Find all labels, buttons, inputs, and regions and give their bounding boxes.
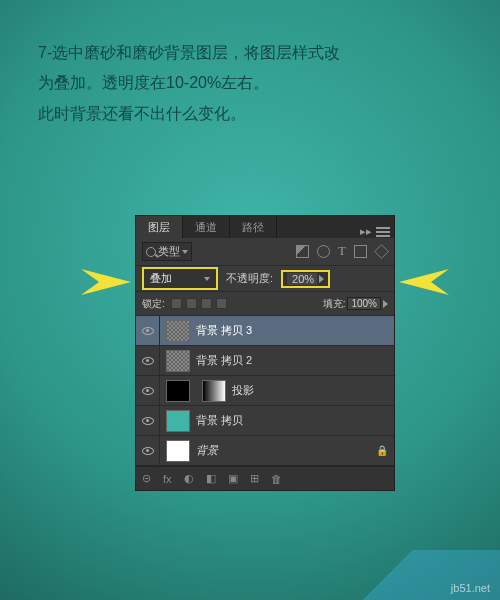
layer-fx-icon[interactable]: fx [163, 473, 172, 485]
chevron-down-icon [204, 277, 210, 281]
eye-icon [142, 357, 154, 365]
layers-panel-container: 图层 通道 路径 ▸▸ 类型 T 叠加 [135, 215, 395, 491]
layers-panel: 图层 通道 路径 ▸▸ 类型 T 叠加 [135, 215, 395, 491]
filter-icons: T [296, 245, 388, 258]
instruction-line: 此时背景还看不出什么变化。 [38, 99, 462, 129]
visibility-toggle[interactable] [136, 436, 160, 465]
eye-icon [142, 417, 154, 425]
eye-icon [142, 387, 154, 395]
layer-thumbnail[interactable] [166, 440, 190, 462]
search-icon [146, 247, 156, 257]
link-layers-icon[interactable]: ⊝ [142, 472, 151, 485]
layer-thumbnail[interactable] [166, 380, 190, 402]
group-icon[interactable]: ▣ [228, 472, 238, 485]
watermark-text: jb51.net [451, 582, 490, 594]
panel-bottom-bar: ⊝ fx ◐ ◧ ▣ ⊞ 🗑 [136, 466, 394, 490]
visibility-toggle[interactable] [136, 316, 160, 345]
new-layer-icon[interactable]: ⊞ [250, 472, 259, 485]
opacity-value: 20% [287, 273, 317, 285]
opacity-control[interactable]: 20% [281, 270, 330, 288]
layer-row[interactable]: 背景 🔒 [136, 436, 394, 466]
blend-opacity-row: 叠加 不透明度: 20% [136, 266, 394, 292]
lock-fill-row: 锁定: 填充: 100% [136, 292, 394, 316]
blend-mode-dropdown[interactable]: 叠加 [142, 267, 218, 290]
filter-text-icon[interactable]: T [338, 245, 346, 258]
layer-name: 背景 拷贝 [196, 413, 394, 428]
tab-channels[interactable]: 通道 [183, 216, 230, 238]
panel-menu-icon[interactable] [376, 227, 390, 237]
opacity-label: 不透明度: [226, 271, 273, 286]
visibility-toggle[interactable] [136, 406, 160, 435]
filter-kind-dropdown[interactable]: 类型 [142, 242, 192, 261]
svg-marker-0 [81, 269, 131, 295]
chevron-down-icon [182, 250, 188, 254]
svg-marker-1 [399, 269, 449, 295]
layer-row[interactable]: 背景 拷贝 2 [136, 346, 394, 376]
eye-icon [142, 447, 154, 455]
delete-layer-icon[interactable]: 🗑 [271, 473, 282, 485]
fill-label: 填充: [323, 297, 346, 311]
filter-row: 类型 T [136, 238, 394, 266]
visibility-toggle[interactable] [136, 376, 160, 405]
callout-arrow-right [399, 269, 449, 295]
watermark: jb51.net [320, 550, 500, 600]
instruction-line: 为叠加。透明度在10-20%左右。 [38, 68, 462, 98]
callout-arrow-left [81, 269, 131, 295]
adjustment-layer-icon[interactable]: ◧ [206, 472, 216, 485]
fill-value[interactable]: 100% [347, 297, 381, 310]
layers-list: 背景 拷贝 3 背景 拷贝 2 投影 背景 拷贝 背景 [136, 316, 394, 466]
layer-thumbnail[interactable] [166, 410, 190, 432]
filter-kind-label: 类型 [158, 244, 180, 259]
blend-mode-value: 叠加 [150, 271, 172, 286]
layer-name: 背景 [196, 443, 376, 458]
instruction-line: 7-选中磨砂和磨砂背景图层，将图层样式改 [38, 38, 462, 68]
lock-icon: 🔒 [376, 445, 388, 456]
lock-position-icon[interactable] [201, 298, 212, 309]
layer-row[interactable]: 背景 拷贝 3 [136, 316, 394, 346]
layer-thumbnail[interactable] [166, 320, 190, 342]
lock-pixels-icon[interactable] [186, 298, 197, 309]
lock-icons [171, 298, 227, 309]
layer-name: 背景 拷贝 2 [196, 353, 394, 368]
tab-layers[interactable]: 图层 [136, 216, 183, 238]
layer-name: 背景 拷贝 3 [196, 323, 394, 338]
layer-mask-icon[interactable]: ◐ [184, 472, 194, 485]
filter-shape-icon[interactable] [354, 245, 367, 258]
lock-transparency-icon[interactable] [171, 298, 182, 309]
layer-name: 投影 [232, 383, 394, 398]
eye-icon [142, 327, 154, 335]
slider-icon [383, 300, 388, 308]
filter-adjust-icon[interactable] [317, 245, 330, 258]
visibility-toggle[interactable] [136, 346, 160, 375]
filter-smart-icon[interactable] [374, 244, 389, 259]
layer-mask-thumbnail[interactable] [202, 380, 226, 402]
panel-tabs: 图层 通道 路径 ▸▸ [136, 216, 394, 238]
filter-pixel-icon[interactable] [296, 245, 309, 258]
layer-row[interactable]: 投影 [136, 376, 394, 406]
slider-icon [319, 275, 324, 283]
lock-label: 锁定: [142, 297, 165, 311]
collapse-icon[interactable]: ▸▸ [360, 225, 372, 238]
layer-row[interactable]: 背景 拷贝 [136, 406, 394, 436]
instruction-text: 7-选中磨砂和磨砂背景图层，将图层样式改 为叠加。透明度在10-20%左右。 此… [0, 0, 500, 129]
lock-all-icon[interactable] [216, 298, 227, 309]
layer-thumbnail[interactable] [166, 350, 190, 372]
tab-paths[interactable]: 路径 [230, 216, 277, 238]
